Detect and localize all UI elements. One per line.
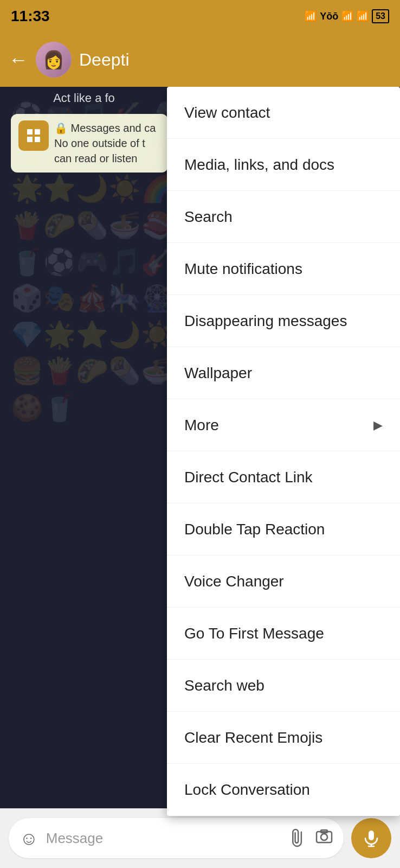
message-input[interactable]: Message — [46, 830, 283, 847]
menu-item-go-to-first-message[interactable]: Go To First Message — [167, 608, 400, 660]
signal-icon-1: 📶 — [341, 10, 353, 22]
signal-icon-2: 📶 — [357, 10, 369, 22]
menu-item-media-links-docs[interactable]: Media, links, and docs — [167, 139, 400, 191]
svg-rect-1 — [35, 129, 40, 135]
encryption-icon — [18, 120, 49, 151]
menu-item-lock-conversation[interactable]: Lock Conversation — [167, 764, 400, 816]
attach-button[interactable] — [286, 825, 313, 852]
svg-rect-3 — [35, 137, 40, 142]
encryption-notice: 🔒 Messages and caNo one outside of tcan … — [11, 114, 168, 173]
chat-background: ⚽🎮🎵🎸🎤🎧🎨📱💻🎯🎲🎭🎪🎠🎡🎢🎬🎥📷📸🔔💎🌟⭐🌙☀️🌈🌊🌺🌸🌻🍕🍔🍟🌮🌯🍜🍣🍱… — [0, 87, 400, 868]
dropdown-menu: View contact Media, links, and docs Sear… — [167, 87, 400, 816]
subtitle-text: Act like a fo — [53, 91, 115, 105]
status-bar: 11:33 📶 Yōō 📶 📶 53 — [0, 0, 400, 33]
app-bar: ← 👩 Deepti — [0, 33, 400, 87]
encryption-text: 🔒 Messages and caNo one outside of tcan … — [54, 120, 156, 166]
svg-rect-7 — [369, 831, 374, 840]
status-icons: 📶 Yōō 📶 📶 53 — [305, 9, 389, 23]
message-input-container: ☺ Message — [9, 818, 344, 858]
subtitle-bar: Act like a fo — [0, 87, 168, 107]
menu-item-voice-changer[interactable]: Voice Changer — [167, 556, 400, 608]
battery-icon: 53 — [372, 9, 389, 23]
menu-item-disappearing-messages[interactable]: Disappearing messages — [167, 295, 400, 347]
more-chevron-icon: ▶ — [373, 418, 383, 432]
network-icon: Yōō — [320, 11, 338, 22]
menu-item-wallpaper[interactable]: Wallpaper — [167, 347, 400, 399]
svg-rect-0 — [27, 129, 33, 135]
menu-item-more[interactable]: More ▶ — [167, 399, 400, 451]
contact-avatar[interactable]: 👩 — [36, 42, 72, 78]
contact-name[interactable]: Deepti — [79, 50, 391, 70]
camera-button[interactable] — [315, 828, 333, 849]
svg-rect-2 — [27, 137, 33, 142]
mic-button[interactable] — [351, 818, 391, 858]
menu-item-double-tap-reaction[interactable]: Double Tap Reaction — [167, 503, 400, 556]
status-time: 11:33 — [11, 8, 50, 25]
menu-item-search[interactable]: Search — [167, 191, 400, 243]
emoji-button[interactable]: ☺ — [20, 828, 38, 849]
wifi-icon: 📶 — [305, 10, 317, 22]
svg-point-5 — [321, 834, 327, 840]
menu-item-search-web[interactable]: Search web — [167, 660, 400, 712]
menu-item-clear-recent-emojis[interactable]: Clear Recent Emojis — [167, 712, 400, 764]
menu-item-view-contact[interactable]: View contact — [167, 87, 400, 139]
menu-item-mute-notifications[interactable]: Mute notifications — [167, 243, 400, 295]
back-button[interactable]: ← — [9, 50, 28, 69]
input-bar: ☺ Message — [0, 808, 400, 868]
menu-item-direct-contact-link[interactable]: Direct Contact Link — [167, 451, 400, 503]
